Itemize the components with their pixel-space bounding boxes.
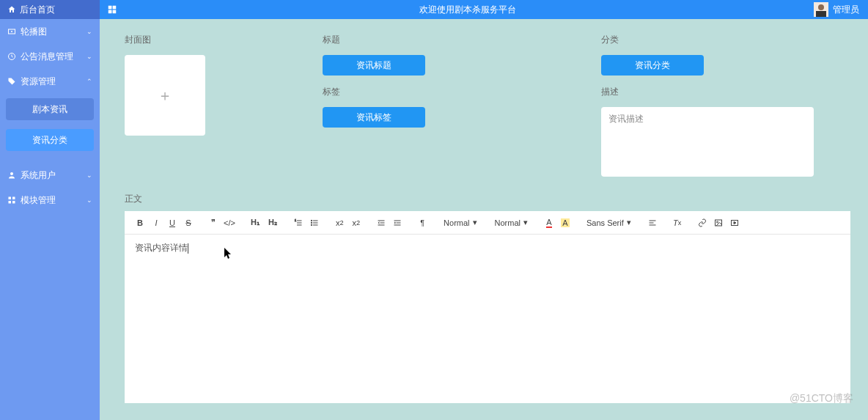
text-color-button[interactable]: A [542, 216, 556, 229]
size-label: Normal [444, 218, 469, 227]
clock-icon [7, 52, 16, 61]
content: 封面图 ＋ 标题 标签 分类 描述 正文 B I [100, 19, 868, 420]
indent-button[interactable] [391, 216, 404, 229]
avatar [814, 2, 828, 17]
quote-button[interactable]: ❞ [207, 216, 220, 229]
svg-rect-2 [108, 10, 112, 14]
strike-button[interactable]: S [182, 216, 195, 229]
title-input[interactable] [323, 55, 425, 75]
align-button[interactable] [646, 216, 659, 229]
link-button[interactable] [696, 216, 709, 229]
svg-rect-13 [9, 201, 12, 204]
dropdown-arrow-icon: ▾ [627, 218, 631, 227]
bullet-list-button[interactable] [308, 216, 321, 229]
svg-point-24 [311, 224, 312, 226]
superscript-button[interactable]: x2 [350, 216, 364, 229]
chevron-down-icon: ⌄ [87, 53, 92, 60]
sidebar-item-system-user[interactable]: 系统用户 ⌄ [0, 163, 100, 188]
sidebar-item-label: 轮播图 [21, 26, 47, 38]
sidebar-item-carousel[interactable]: 轮播图 ⌄ [0, 19, 100, 44]
rich-editor: B I U S ❞ </> H₁ H₂ 1 x2 x2 [125, 211, 850, 403]
tag-label: 标签 [323, 86, 572, 98]
tag-icon [7, 77, 16, 86]
user-role: 管理员 [833, 4, 859, 16]
italic-button[interactable]: I [150, 216, 163, 229]
sidebar-item-label: 系统用户 [21, 169, 56, 182]
user-icon [7, 171, 16, 180]
svg-rect-3 [113, 10, 117, 14]
home-icon [7, 5, 16, 14]
video-button[interactable] [728, 216, 741, 229]
watermark: @51CTO博客 [790, 392, 853, 405]
cover-upload[interactable]: ＋ [125, 55, 205, 136]
tag-input[interactable] [323, 107, 425, 128]
user-menu[interactable]: 管理员 [814, 2, 868, 17]
desc-textarea[interactable] [601, 107, 814, 177]
sidebar-item-label: 公告消息管理 [21, 51, 73, 63]
plus-icon: ＋ [158, 86, 172, 106]
sidebar-item-label: 资源管理 [21, 75, 56, 88]
sidebar-item-label: 模块管理 [21, 194, 56, 207]
chevron-down-icon: ⌄ [87, 196, 92, 204]
chevron-up-icon: ⌃ [87, 78, 92, 85]
bold-button[interactable]: B [133, 216, 147, 229]
sidebar-item-resource[interactable]: 资源管理 ⌃ [0, 69, 100, 94]
title-label: 标题 [323, 34, 572, 46]
svg-point-35 [716, 221, 718, 223]
sidebar-item-module[interactable]: 模块管理 ⌄ [0, 188, 100, 213]
code-button[interactable]: </> [223, 216, 236, 229]
font-select[interactable]: Sans Serif ▾ [584, 218, 634, 227]
chevron-down-icon: ⌄ [87, 28, 92, 35]
subscript-button[interactable]: x2 [333, 216, 347, 229]
image-button[interactable] [712, 216, 725, 229]
sidebar: 轮播图 ⌄ 公告消息管理 ⌄ 资源管理 ⌃ 剧本资讯 资讯分类 [0, 19, 100, 420]
body-label: 正文 [125, 193, 850, 205]
clear-format-button[interactable]: Tx [671, 216, 684, 229]
header-label: Normal [495, 218, 521, 227]
size-select[interactable]: Normal ▾ [441, 218, 479, 227]
category-label: 分类 [601, 34, 850, 46]
dropdown-arrow-icon: ▾ [523, 218, 528, 227]
carousel-icon [7, 27, 16, 36]
home-link[interactable]: 后台首页 [0, 0, 100, 19]
desc-label: 描述 [601, 86, 850, 98]
sidebar-sub-label: 剧本资讯 [32, 103, 67, 116]
sidebar-sub-label: 资讯分类 [32, 134, 67, 147]
background-color-button[interactable]: A [559, 216, 572, 229]
svg-rect-11 [9, 197, 12, 200]
cover-label: 封面图 [125, 34, 293, 46]
direction-button[interactable]: ¶ [416, 216, 429, 229]
editor-toolbar: B I U S ❞ </> H₁ H₂ 1 x2 x2 [125, 211, 850, 235]
svg-rect-14 [12, 201, 15, 204]
category-input[interactable] [601, 55, 704, 75]
svg-rect-1 [113, 6, 117, 10]
svg-rect-6 [816, 11, 826, 17]
header-select[interactable]: Normal ▾ [492, 218, 531, 227]
svg-point-8 [11, 31, 12, 32]
svg-rect-0 [108, 6, 112, 10]
dropdown-arrow-icon: ▾ [473, 218, 477, 227]
underline-button[interactable]: U [166, 216, 179, 229]
svg-text:1: 1 [295, 219, 296, 222]
svg-point-10 [10, 172, 13, 175]
sidebar-item-announcement[interactable]: 公告消息管理 ⌄ [0, 44, 100, 69]
module-icon [7, 196, 16, 205]
h1-button[interactable]: H₁ [248, 216, 262, 229]
svg-point-22 [311, 220, 312, 221]
grid-toggle[interactable] [103, 4, 122, 15]
sidebar-sub-script-news[interactable]: 剧本资讯 [6, 98, 94, 120]
h2-button[interactable]: H₂ [265, 216, 280, 229]
svg-marker-37 [734, 221, 736, 224]
sidebar-sub-news-category[interactable]: 资讯分类 [6, 129, 94, 151]
svg-rect-34 [715, 220, 721, 226]
home-label: 后台首页 [20, 4, 55, 16]
text-cursor [188, 243, 188, 254]
chevron-down-icon: ⌄ [87, 172, 92, 179]
ordered-list-button[interactable]: 1 [292, 216, 305, 229]
editor-text: 资讯内容详情 [135, 243, 188, 253]
font-label: Sans Serif [586, 218, 624, 227]
top-header: 后台首页 欢迎使用剧本杀服务平台 管理员 [0, 0, 868, 19]
outdent-button[interactable] [375, 216, 388, 229]
editor-content[interactable]: 资讯内容详情 [125, 235, 850, 403]
svg-point-23 [311, 222, 312, 224]
